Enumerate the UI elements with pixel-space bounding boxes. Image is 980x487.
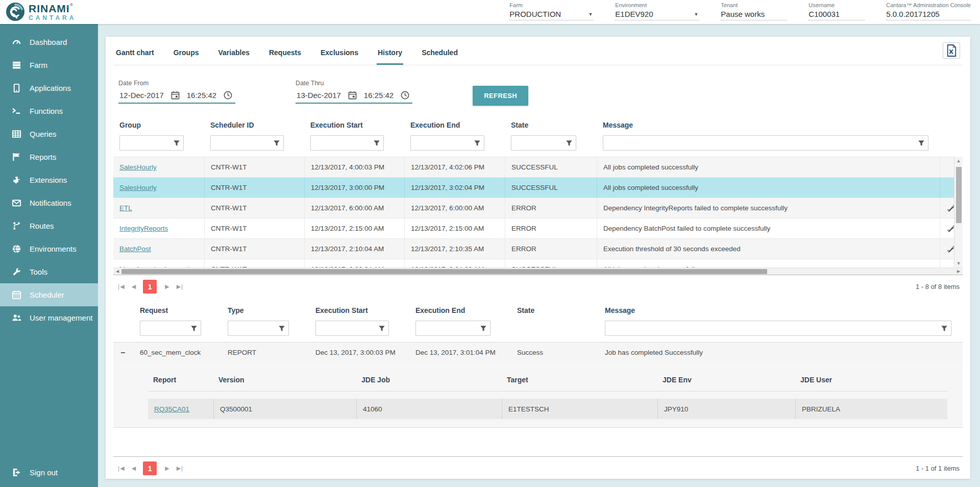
- table-row[interactable]: BatchPost CNTR-W1T 12/13/2017, 2:10:04 A…: [113, 238, 963, 259]
- sidebar-item-notifications[interactable]: Notifications: [0, 191, 98, 214]
- sidebar-item-scheduler[interactable]: Scheduler: [0, 283, 98, 306]
- group-link[interactable]: SalesHourly: [119, 163, 157, 171]
- column-header-message[interactable]: Message: [599, 302, 963, 320]
- execution-end-filter-input[interactable]: [416, 322, 477, 335]
- sidebar-item-functions[interactable]: Functions: [0, 100, 98, 123]
- type-filter-input[interactable]: [228, 322, 275, 335]
- execution-start-filter-input[interactable]: [316, 322, 375, 335]
- group-filter-input[interactable]: [120, 136, 170, 150]
- time-thru-value[interactable]: 16:25:42: [364, 91, 394, 100]
- sidebar-item-queries[interactable]: Queries: [0, 123, 98, 145]
- scroll-up-icon[interactable]: ▲: [957, 157, 961, 165]
- filter-funnel-icon[interactable]: [275, 325, 288, 332]
- column-header-type[interactable]: Type: [222, 302, 309, 320]
- sidebar-item-dashboard[interactable]: Dashboard: [0, 31, 98, 54]
- sidebar-item-routes[interactable]: Routes: [0, 214, 98, 237]
- scrollbar-thumb[interactable]: [956, 167, 962, 223]
- column-header-jde-job[interactable]: JDE Job: [356, 373, 502, 391]
- filter-funnel-icon[interactable]: [170, 139, 183, 147]
- column-header-target[interactable]: Target: [502, 373, 657, 391]
- filter-funnel-icon[interactable]: [562, 139, 576, 147]
- sidebar-item-tools[interactable]: Tools: [0, 260, 98, 283]
- refresh-button[interactable]: REFRESH: [473, 86, 528, 106]
- export-excel-button[interactable]: [943, 42, 960, 59]
- column-header-scheduler-id[interactable]: Scheduler ID: [204, 117, 304, 134]
- column-header-execution-start[interactable]: Execution Start: [309, 302, 409, 320]
- sidebar-item-environments[interactable]: Environments: [0, 237, 98, 260]
- sign-out-button[interactable]: Sign out: [0, 461, 98, 484]
- filter-funnel-icon[interactable]: [477, 325, 490, 332]
- execution-end-filter-input[interactable]: [411, 136, 471, 150]
- report-link[interactable]: RQ35CA01: [154, 405, 189, 413]
- message-filter-input[interactable]: [605, 322, 938, 335]
- date-thru-value[interactable]: 13-Dec-2017: [297, 91, 341, 100]
- table-row-selected[interactable]: SalesHourly CNTR-W1T 12/13/2017, 3:00:00…: [113, 177, 963, 198]
- column-header-request[interactable]: Request: [134, 302, 222, 320]
- tab-variables[interactable]: Variables: [217, 43, 251, 65]
- filter-funnel-icon[interactable]: [938, 325, 951, 332]
- scroll-left-icon[interactable]: ◀: [113, 269, 121, 274]
- sidebar-item-user-management[interactable]: User management: [0, 306, 98, 329]
- column-header-execution-end[interactable]: Execution End: [409, 302, 511, 320]
- column-header-report[interactable]: Report: [148, 373, 213, 391]
- scroll-right-icon[interactable]: ▶: [954, 269, 963, 274]
- scroll-down-icon[interactable]: ▼: [957, 259, 961, 267]
- previous-page-icon[interactable]: ◀: [132, 465, 135, 472]
- column-header-group[interactable]: Group: [113, 117, 204, 134]
- time-from-clock-button[interactable]: [224, 91, 232, 100]
- farm-select[interactable]: PRODUCTION ▼: [509, 10, 594, 20]
- tab-scheduled[interactable]: Scheduled: [421, 43, 459, 65]
- first-page-icon[interactable]: ❘◀: [116, 465, 124, 472]
- filter-funnel-icon[interactable]: [370, 139, 383, 147]
- column-header-jde-env[interactable]: JDE Env: [657, 373, 795, 391]
- request-row[interactable]: − 60_sec_mem_clock REPORT Dec 13, 2017, …: [113, 342, 963, 362]
- last-page-icon[interactable]: ▶❘: [177, 465, 184, 472]
- state-filter-input[interactable]: [511, 136, 562, 150]
- next-page-icon[interactable]: ▶: [165, 283, 168, 290]
- message-filter-input[interactable]: [603, 136, 915, 150]
- last-page-icon[interactable]: ▶❘: [177, 283, 184, 290]
- column-header-version[interactable]: Version: [213, 373, 356, 391]
- date-thru-calendar-button[interactable]: [348, 91, 357, 100]
- current-page-button[interactable]: 1: [143, 461, 157, 475]
- filter-funnel-icon[interactable]: [375, 325, 388, 332]
- tab-gantt-chart[interactable]: Gantt chart: [115, 43, 155, 65]
- current-page-button[interactable]: 1: [143, 280, 157, 294]
- filter-funnel-icon[interactable]: [471, 139, 484, 147]
- column-header-execution-end[interactable]: Execution End: [404, 117, 505, 134]
- table-row[interactable]: ETL CNTR-W1T 12/13/2017, 6:00:00 AM 12/1…: [113, 198, 963, 218]
- sidebar-item-farm[interactable]: Farm: [0, 54, 98, 77]
- column-header-jde-user[interactable]: JDE User: [795, 373, 947, 391]
- sidebar-item-reports[interactable]: Reports: [0, 145, 98, 168]
- tab-requests[interactable]: Requests: [268, 43, 302, 65]
- scrollbar-thumb[interactable]: [121, 269, 767, 274]
- scheduler-id-filter-input[interactable]: [211, 136, 270, 150]
- tab-groups[interactable]: Groups: [173, 43, 200, 65]
- group-link[interactable]: SalesHourly: [119, 184, 157, 191]
- next-page-icon[interactable]: ▶: [165, 465, 168, 472]
- detail-row[interactable]: RQ35CA01 Q3500001 41060 E1TESTSCH JPY910…: [148, 399, 947, 419]
- column-header-execution-start[interactable]: Execution Start: [304, 117, 404, 134]
- table-row[interactable]: IntegrityReports CNTR-W1T 12/13/2017, 2:…: [113, 218, 963, 238]
- group-link[interactable]: IntegrityReports: [119, 225, 168, 232]
- tab-history[interactable]: History: [377, 43, 403, 65]
- table-row[interactable]: SalesHourly CNTR-W1T 12/13/2017, 4:00:03…: [113, 157, 963, 177]
- filter-funnel-icon[interactable]: [270, 139, 283, 147]
- request-filter-input[interactable]: [140, 322, 187, 335]
- group-link[interactable]: BatchPost: [119, 245, 151, 253]
- sidebar-item-extensions[interactable]: Extensions: [0, 168, 98, 191]
- column-header-state[interactable]: State: [511, 302, 599, 320]
- first-page-icon[interactable]: ❘◀: [116, 283, 124, 290]
- date-from-calendar-button[interactable]: [171, 91, 180, 100]
- group-link[interactable]: ManufacturingAccounting: [119, 265, 197, 267]
- previous-page-icon[interactable]: ◀: [132, 283, 135, 290]
- time-from-value[interactable]: 16:25:42: [187, 91, 216, 100]
- execution-start-filter-input[interactable]: [311, 136, 370, 150]
- filter-funnel-icon[interactable]: [187, 325, 201, 332]
- clipped-table-row[interactable]: ManufacturingAccounting CNTR-W1T 12/13/2…: [113, 259, 963, 267]
- vertical-scrollbar[interactable]: ▲ ▼: [954, 157, 963, 267]
- horizontal-scrollbar[interactable]: ◀ ▶: [113, 267, 963, 275]
- sidebar-item-applications[interactable]: Applications: [0, 77, 98, 100]
- environment-select[interactable]: E1DEV920 ▼: [615, 10, 699, 20]
- filter-funnel-icon[interactable]: [915, 139, 928, 147]
